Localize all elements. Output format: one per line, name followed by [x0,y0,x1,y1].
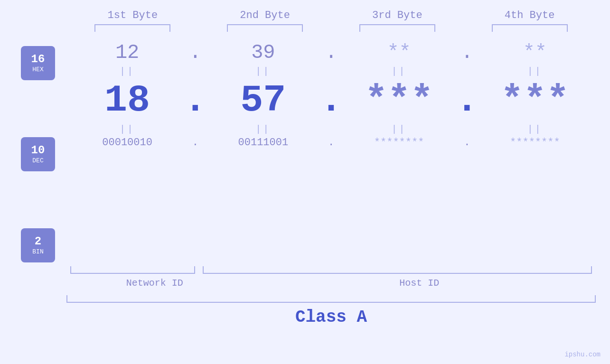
bin-val-3: ******** [338,137,460,149]
class-label: Class A [295,308,367,327]
bracket-cell-3 [331,24,464,32]
top-bracket-row [0,24,610,32]
bottom-large-bracket-row [0,295,610,303]
network-bottom-bracket [70,266,195,274]
badges-column: 16 HEX 10 DEC 2 BIN [9,41,66,262]
bracket-cell-2 [199,24,331,32]
byte-labels-row: 1st Byte 2nd Byte 3rd Byte 4th Byte [0,9,610,21]
dec-dot-3: . [460,79,474,122]
sep-1: || [66,66,188,77]
hex-row: 12 . 39 . ** . ** [66,41,596,64]
sep-row-1: || || || || [66,66,596,77]
dec-val-4: *** [474,79,596,122]
class-label-row: Class A [0,308,610,327]
badge-dec-label: DEC [32,157,43,164]
badge-hex-label: HEX [32,66,43,73]
sep-3: || [338,66,460,77]
bin-dot-3: . [460,137,474,149]
hex-val-1: 12 [66,41,188,64]
sep-2: || [202,66,324,77]
sep-5: || [66,124,188,135]
badge-bin: 2 BIN [21,228,55,262]
data-columns: 12 . 39 . ** . ** [66,41,596,149]
badge-hex: 16 HEX [21,46,55,80]
byte-label-3: 3rd Byte [331,9,464,21]
hex-val-3: ** [338,41,460,64]
badge-bin-label: BIN [32,248,43,255]
id-labels-row: Network ID Host ID [0,278,610,289]
bracket-1 [94,24,170,32]
byte-label-1: 1st Byte [66,9,199,21]
watermark: ipshu.com [564,351,601,358]
byte-label-4: 4th Byte [463,9,596,21]
dec-val-1: 18 [66,79,188,122]
badge-dec: 10 DEC [21,137,55,171]
main-area: 16 HEX 10 DEC 2 BIN 12 . [0,41,610,262]
host-id-label: Host ID [243,278,596,289]
main-container: 1st Byte 2nd Byte 3rd Byte 4th Byte 16 H… [0,0,610,364]
bracket-3 [359,24,435,32]
dec-row: 18 . 57 . *** . *** [66,79,596,122]
sep-7: || [338,124,460,135]
bracket-2 [227,24,303,32]
hex-dot-3: . [460,41,474,64]
hex-val-4: ** [474,41,596,64]
dec-val-2: 57 [202,79,324,122]
bin-val-1: 00010010 [66,137,188,149]
bin-row: 00010010 . 00111001 . ******** . [66,137,596,149]
bracket-cell-4 [463,24,596,32]
bin-dot-1: . [188,137,202,149]
hex-dot-2: . [324,41,338,64]
bottom-brackets-row [0,266,610,274]
bottom-large-bracket [66,295,596,303]
hex-val-2: 39 [202,41,324,64]
dec-val-3: *** [338,79,460,122]
bin-val-4: ******** [474,137,596,149]
network-id-label: Network ID [66,278,243,289]
byte-label-2: 2nd Byte [199,9,331,21]
sep-4: || [474,66,596,77]
badge-dec-num: 10 [31,144,45,157]
host-bottom-bracket [203,266,592,274]
badge-hex-num: 16 [31,53,45,65]
sep-8: || [474,124,596,135]
sep-row-2: || || || || [66,124,596,135]
badge-bin-num: 2 [35,235,41,248]
bin-dot-2: . [324,137,338,149]
bracket-cell-1 [66,24,199,32]
sep-6: || [202,124,324,135]
bin-val-2: 00111001 [202,137,324,149]
dec-dot-1: . [188,79,202,122]
dec-dot-2: . [324,79,338,122]
hex-dot-1: . [188,41,202,64]
bracket-4 [492,24,568,32]
